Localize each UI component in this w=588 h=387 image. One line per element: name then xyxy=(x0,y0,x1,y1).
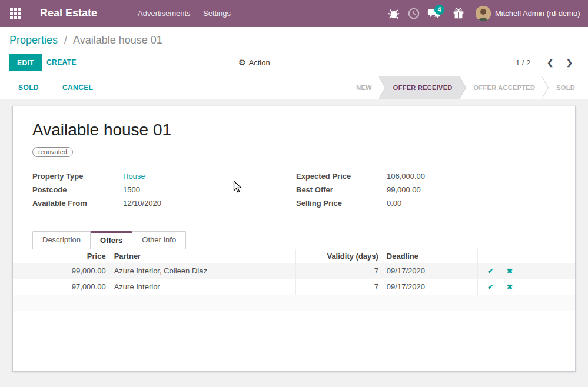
table-row-empty xyxy=(13,295,575,311)
menu-settings[interactable]: Settings xyxy=(203,9,231,18)
gear-icon: ⚙ xyxy=(238,58,246,67)
form-sheet: Available house 01 renovated Property Ty… xyxy=(12,106,576,372)
pager-counter[interactable]: 1 / 2 xyxy=(516,58,530,67)
pager-next-icon[interactable]: ❯ xyxy=(564,58,575,67)
accept-offer-icon[interactable]: ✔ xyxy=(487,267,493,275)
user-menu[interactable]: Mitchell Admin (rd-demo) xyxy=(495,9,580,18)
tab-offers[interactable]: Offers xyxy=(90,231,132,249)
offer-validity: 7 xyxy=(295,263,383,279)
stage-sold[interactable]: SOLD xyxy=(542,76,588,99)
stage-offer-accepted[interactable]: OFFER ACCEPTED xyxy=(460,76,543,99)
property-type-label: Property Type xyxy=(32,172,123,181)
offer-partner: Azure Interior, Colleen Diaz xyxy=(111,263,295,279)
expected-price-value: 106,000.00 xyxy=(387,172,425,181)
refuse-offer-icon[interactable]: ✖ xyxy=(507,267,513,275)
odoo-window: Real Estate Advertisements Settings 4 xyxy=(0,0,588,387)
offer-price: 97,000.00 xyxy=(13,279,111,295)
statusbar: SOLD CANCEL NEW OFFER RECEIVED OFFER ACC… xyxy=(0,76,588,99)
message-count-badge[interactable]: 4 xyxy=(434,5,444,15)
pager-previous-icon[interactable]: ❮ xyxy=(544,58,556,67)
property-type-value[interactable]: House xyxy=(123,172,145,181)
offers-table: Price Partner Validity (days) Deadline 9… xyxy=(13,249,575,311)
column-header-validity[interactable]: Validity (days) xyxy=(295,249,383,263)
tab-description[interactable]: Description xyxy=(32,231,91,249)
expected-price-label: Expected Price xyxy=(296,172,387,181)
column-header-deadline[interactable]: Deadline xyxy=(383,249,477,263)
accept-offer-icon[interactable]: ✔ xyxy=(487,283,493,291)
statusbar-buttons: SOLD CANCEL xyxy=(0,76,97,99)
bug-icon[interactable] xyxy=(387,7,400,20)
action-menu-button[interactable]: ⚙Action xyxy=(238,54,270,71)
breadcrumb-current: Available house 01 xyxy=(73,34,162,46)
column-header-actions xyxy=(478,249,575,263)
breadcrumb: Properties / Available house 01 xyxy=(9,34,162,46)
pager: 1 / 2 ❮ ❯ xyxy=(516,54,575,71)
stage-offer-received[interactable]: OFFER RECEIVED xyxy=(379,76,460,99)
edit-button[interactable]: EDIT xyxy=(9,54,42,71)
table-row[interactable]: 97,000.00 Azure Interior 7 09/17/2020 ✔ … xyxy=(13,279,575,295)
sold-button[interactable]: SOLD xyxy=(15,83,42,92)
cancel-button[interactable]: CANCEL xyxy=(59,83,97,92)
page-title: Available house 01 xyxy=(32,121,556,139)
offers-header-row: Price Partner Validity (days) Deadline xyxy=(13,249,575,263)
tab-other-info[interactable]: Other Info xyxy=(132,231,186,249)
create-button[interactable]: CREATE xyxy=(46,54,77,71)
app-name[interactable]: Real Estate xyxy=(40,7,97,19)
offer-validity: 7 xyxy=(295,279,383,295)
top-navbar: Real Estate Advertisements Settings 4 xyxy=(0,0,588,27)
offer-deadline: 09/17/2020 xyxy=(383,263,477,279)
breadcrumb-properties-link[interactable]: Properties xyxy=(9,34,58,46)
clock-icon[interactable] xyxy=(407,7,420,20)
stage-pipeline: NEW OFFER RECEIVED OFFER ACCEPTED SOLD xyxy=(346,76,588,99)
control-panel: Properties / Available house 01 EDIT CRE… xyxy=(0,27,588,76)
available-from-label: Available From xyxy=(32,199,123,208)
field-group: Property Type House Postcode 1500 Availa… xyxy=(32,172,556,212)
form-view: Available house 01 renovated Property Ty… xyxy=(0,99,588,387)
menu-advertisements[interactable]: Advertisements xyxy=(138,9,191,18)
stage-new[interactable]: NEW xyxy=(346,76,379,99)
gift-icon[interactable] xyxy=(452,7,465,20)
refuse-offer-icon[interactable]: ✖ xyxy=(507,283,513,291)
postcode-label: Postcode xyxy=(32,185,123,194)
breadcrumb-separator: / xyxy=(64,34,67,46)
apps-grid-icon[interactable] xyxy=(10,8,22,21)
available-from-value: 12/10/2020 xyxy=(123,199,161,208)
best-offer-value: 99,000.00 xyxy=(387,185,421,194)
user-avatar[interactable] xyxy=(476,6,491,21)
column-header-price[interactable]: Price xyxy=(13,249,111,263)
action-label: Action xyxy=(249,58,270,67)
offer-partner: Azure Interior xyxy=(111,279,295,295)
selling-price-value: 0.00 xyxy=(387,199,401,208)
table-row[interactable]: 99,000.00 Azure Interior, Colleen Diaz 7… xyxy=(13,263,575,279)
tag-renovated: renovated xyxy=(32,147,73,157)
offer-deadline: 09/17/2020 xyxy=(383,279,477,295)
best-offer-label: Best Offer xyxy=(296,185,387,194)
column-header-partner[interactable]: Partner xyxy=(111,249,295,263)
notebook-tabs: Description Offers Other Info xyxy=(13,231,575,249)
postcode-value: 1500 xyxy=(123,185,140,194)
selling-price-label: Selling Price xyxy=(296,199,387,208)
offer-price: 99,000.00 xyxy=(13,263,111,279)
